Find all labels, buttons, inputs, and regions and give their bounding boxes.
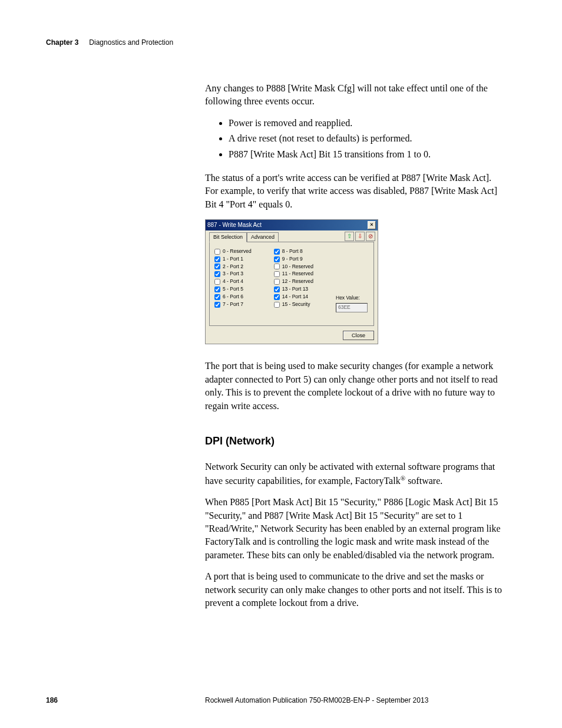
bit-label: 9 - Port 9 <box>282 256 303 263</box>
bit-row: 7 - Port 7 <box>214 301 252 308</box>
bit-checkbox-8[interactable] <box>274 249 280 255</box>
bit-checkbox-13[interactable] <box>274 286 280 292</box>
bit-label: 4 - Port 4 <box>223 278 243 285</box>
bit-checkbox-14[interactable] <box>274 294 280 300</box>
chapter-title: Diagnostics and Protection <box>89 38 173 47</box>
bit-label: 6 - Port 6 <box>223 294 243 301</box>
paragraph: When P885 [Port Mask Act] Bit 15 "Securi… <box>205 496 504 562</box>
bit-checkbox-15[interactable] <box>274 302 280 308</box>
bit-row: 0 - Reserved <box>214 248 252 255</box>
paragraph: Network Security can only be activated w… <box>205 460 504 487</box>
dialog-toolbar: ⇧ ⇩ ⊘ <box>342 230 378 241</box>
bit-label: 7 - Port 7 <box>223 301 243 308</box>
list-item: P887 [Write Mask Act] Bit 15 transitions… <box>229 148 504 161</box>
tab-advanced[interactable]: Advanced <box>247 232 279 242</box>
download-icon[interactable]: ⇩ <box>355 232 365 241</box>
bit-column-right: 8 - Port 8 9 - Port 9 10 - Reserved 11 -… <box>274 248 313 309</box>
bit-row: 6 - Port 6 <box>214 294 252 301</box>
bit-label: 1 - Port 1 <box>223 256 243 263</box>
publication-info: Rockwell Automation Publication 750-RM00… <box>205 696 428 704</box>
stop-icon[interactable]: ⊘ <box>366 232 375 241</box>
section-heading: DPI (Network) <box>205 434 504 449</box>
hex-label: Hex Value: <box>336 295 368 302</box>
paragraph: The status of a port's write access can … <box>205 172 504 211</box>
bit-row: 12 - Reserved <box>274 278 313 285</box>
bit-row: 9 - Port 9 <box>274 256 313 263</box>
tab-bit-selection[interactable]: Bit Selection <box>209 232 247 242</box>
bit-checkbox-6[interactable] <box>214 294 220 300</box>
hex-value-group: Hex Value: 63EE <box>336 295 368 312</box>
bit-label: 13 - Port 13 <box>282 286 308 293</box>
bit-label: 2 - Port 2 <box>223 263 243 271</box>
registered-mark: ® <box>401 475 406 482</box>
bit-checkbox-2[interactable] <box>214 263 220 269</box>
bit-checkbox-7[interactable] <box>214 302 220 308</box>
close-icon[interactable]: × <box>368 221 376 229</box>
bit-checkbox-1[interactable] <box>214 256 220 262</box>
text: Network Security can only be activated w… <box>205 462 495 486</box>
bit-row: 8 - Port 8 <box>274 248 313 255</box>
bit-label: 3 - Port 3 <box>223 271 243 278</box>
bit-label: 12 - Reserved <box>282 278 313 285</box>
bit-checkbox-11[interactable] <box>274 271 280 277</box>
bit-checkbox-5[interactable] <box>214 286 220 292</box>
bullet-list: Power is removed and reapplied. A drive … <box>205 117 504 161</box>
bit-label: 15 - Security <box>282 301 310 308</box>
paragraph: A port that is being used to communicate… <box>205 570 504 610</box>
bit-label: 11 - Reserved <box>282 271 313 278</box>
paragraph: Any changes to P888 [Write Mask Cfg] wil… <box>205 82 504 108</box>
bit-row: 10 - Reserved <box>274 263 313 271</box>
bit-checkbox-9[interactable] <box>274 256 280 262</box>
bit-row: 3 - Port 3 <box>214 271 252 278</box>
bit-row: 13 - Port 13 <box>274 286 313 293</box>
bit-checkbox-4[interactable] <box>214 279 220 285</box>
bit-row: 2 - Port 2 <box>214 263 252 271</box>
hex-value-field[interactable]: 63EE <box>336 303 368 312</box>
bit-row: 14 - Port 14 <box>274 294 313 301</box>
list-item: Power is removed and reapplied. <box>229 117 504 130</box>
dialog-titlebar: 887 - Write Mask Act × <box>206 220 378 230</box>
chapter-label: Chapter 3 <box>46 38 78 47</box>
bit-label: 10 - Reserved <box>282 263 313 271</box>
dialog-tabs: Bit Selection Advanced <box>209 232 339 242</box>
main-content: Any changes to P888 [Write Mask Cfg] wil… <box>205 82 504 610</box>
page-footer: 186 Rockwell Automation Publication 750-… <box>46 696 516 704</box>
page-number: 186 <box>46 696 205 704</box>
bit-row: 1 - Port 1 <box>214 256 252 263</box>
bit-label: 0 - Reserved <box>223 248 252 255</box>
close-button[interactable]: Close <box>343 331 374 341</box>
bit-row: 5 - Port 5 <box>214 286 252 293</box>
text: software. <box>405 476 442 486</box>
bit-row: 4 - Port 4 <box>214 278 252 285</box>
bit-checkbox-3[interactable] <box>214 271 220 277</box>
bit-column-left: 0 - Reserved 1 - Port 1 2 - Port 2 3 - P… <box>214 248 252 309</box>
page-header: Chapter 3 Diagnostics and Protection <box>46 38 516 47</box>
dialog-footer: Close <box>206 328 378 344</box>
list-item: A drive reset (not reset to defaults) is… <box>229 132 504 145</box>
bit-checkbox-10[interactable] <box>274 263 280 269</box>
bit-row: 15 - Security <box>274 301 313 308</box>
tab-panel: 0 - Reserved 1 - Port 1 2 - Port 2 3 - P… <box>209 242 374 326</box>
bit-row: 11 - Reserved <box>274 271 313 278</box>
dialog-title: 887 - Write Mask Act <box>207 221 262 229</box>
bit-label: 14 - Port 14 <box>282 294 308 301</box>
bit-label: 5 - Port 5 <box>223 286 243 293</box>
bit-checkbox-12[interactable] <box>274 279 280 285</box>
bit-label: 8 - Port 8 <box>282 248 303 255</box>
paragraph: The port that is being used to make secu… <box>205 360 504 413</box>
write-mask-dialog: 887 - Write Mask Act × Bit Selection Adv… <box>205 219 378 344</box>
upload-icon[interactable]: ⇧ <box>345 232 354 241</box>
bit-checkbox-0[interactable] <box>214 249 220 255</box>
